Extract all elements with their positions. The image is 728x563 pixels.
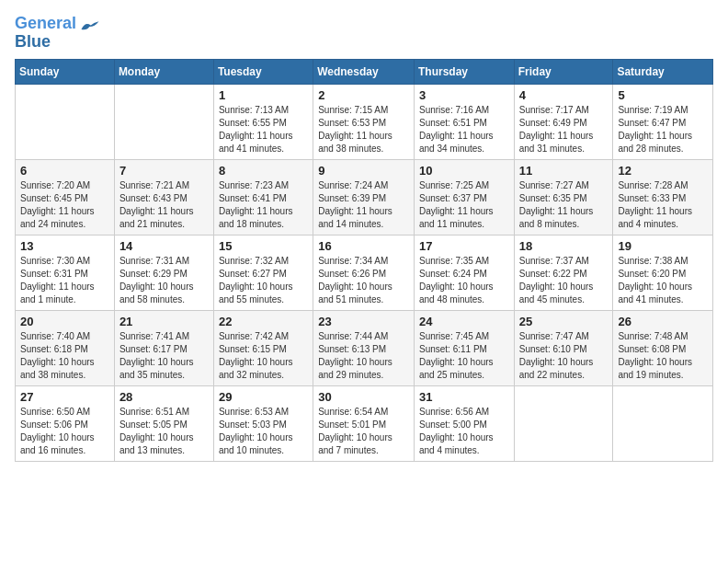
cell-info: Sunrise: 7:24 AM	[318, 179, 409, 192]
cell-info: Sunrise: 7:30 AM	[20, 255, 109, 268]
calendar-cell: 29Sunrise: 6:53 AMSunset: 5:03 PMDayligh…	[213, 385, 313, 461]
cell-info: Sunrise: 7:20 AM	[20, 179, 109, 192]
header-wednesday: Wednesday	[313, 59, 415, 84]
cell-info: Daylight: 11 hours and 1 minute.	[20, 281, 109, 306]
cell-info: Daylight: 10 hours and 16 minutes.	[20, 431, 109, 457]
cell-info: Sunset: 6:08 PM	[618, 343, 708, 356]
header-friday: Friday	[514, 59, 613, 84]
day-number: 20	[20, 315, 109, 328]
cell-info: Sunset: 6:45 PM	[20, 192, 109, 205]
cell-info: Daylight: 11 hours and 41 minutes.	[219, 130, 308, 155]
cell-info: Daylight: 11 hours and 28 minutes.	[618, 130, 708, 155]
day-number: 31	[419, 390, 509, 404]
calendar-cell	[514, 385, 613, 461]
calendar-cell: 11Sunrise: 7:27 AMSunset: 6:35 PMDayligh…	[514, 159, 613, 235]
cell-info: Daylight: 10 hours and 4 minutes.	[419, 431, 509, 457]
cell-info: Daylight: 10 hours and 29 minutes.	[318, 356, 409, 382]
day-number: 8	[219, 164, 308, 178]
calendar-header-row: SundayMondayTuesdayWednesdayThursdayFrid…	[16, 59, 713, 84]
calendar-cell: 26Sunrise: 7:48 AMSunset: 6:08 PMDayligh…	[613, 310, 713, 385]
calendar-cell: 1Sunrise: 7:13 AMSunset: 6:55 PMDaylight…	[213, 84, 313, 159]
day-number: 26	[618, 315, 708, 328]
calendar-cell: 16Sunrise: 7:34 AMSunset: 6:26 PMDayligh…	[313, 235, 415, 310]
day-number: 2	[318, 88, 409, 102]
cell-info: Sunset: 5:00 PM	[419, 419, 509, 431]
cell-info: Sunrise: 7:38 AM	[618, 255, 708, 268]
calendar-cell: 6Sunrise: 7:20 AMSunset: 6:45 PMDaylight…	[16, 159, 115, 235]
cell-info: Sunset: 6:55 PM	[219, 117, 308, 130]
cell-info: Sunset: 6:26 PM	[318, 268, 409, 281]
day-number: 5	[618, 88, 708, 102]
day-number: 3	[419, 88, 509, 102]
cell-info: Daylight: 11 hours and 11 minutes.	[419, 205, 509, 231]
calendar-cell	[613, 385, 713, 461]
cell-info: Sunrise: 7:37 AM	[519, 255, 609, 268]
day-number: 17	[419, 239, 509, 253]
calendar-cell: 23Sunrise: 7:44 AMSunset: 6:13 PMDayligh…	[313, 310, 415, 385]
header-saturday: Saturday	[613, 59, 713, 84]
cell-info: Sunrise: 7:16 AM	[419, 104, 509, 117]
day-number: 27	[20, 390, 109, 404]
calendar-cell: 30Sunrise: 6:54 AMSunset: 5:01 PMDayligh…	[313, 385, 415, 461]
cell-info: Sunset: 6:49 PM	[519, 117, 609, 130]
calendar-cell: 14Sunrise: 7:31 AMSunset: 6:29 PMDayligh…	[114, 235, 213, 310]
cell-info: Sunrise: 7:35 AM	[419, 255, 509, 268]
day-number: 13	[20, 239, 109, 253]
cell-info: Sunrise: 7:42 AM	[219, 330, 308, 343]
day-number: 14	[119, 239, 209, 253]
calendar-cell: 4Sunrise: 7:17 AMSunset: 6:49 PMDaylight…	[514, 84, 613, 159]
calendar-cell: 22Sunrise: 7:42 AMSunset: 6:15 PMDayligh…	[213, 310, 313, 385]
cell-info: Daylight: 10 hours and 45 minutes.	[519, 281, 609, 306]
cell-info: Sunrise: 7:15 AM	[318, 104, 409, 117]
calendar-cell: 8Sunrise: 7:23 AMSunset: 6:41 PMDaylight…	[213, 159, 313, 235]
day-number: 7	[119, 164, 209, 178]
cell-info: Sunrise: 7:40 AM	[20, 330, 109, 343]
cell-info: Sunrise: 7:41 AM	[119, 330, 209, 343]
cell-info: Sunset: 6:20 PM	[618, 268, 708, 281]
cell-info: Daylight: 10 hours and 38 minutes.	[20, 356, 109, 382]
cell-info: Daylight: 10 hours and 7 minutes.	[318, 431, 409, 457]
cell-info: Sunset: 6:15 PM	[219, 343, 308, 356]
day-number: 10	[419, 164, 509, 178]
logo-text: General Blue	[15, 15, 76, 52]
day-number: 16	[318, 239, 409, 253]
cell-info: Sunset: 6:24 PM	[419, 268, 509, 281]
cell-info: Daylight: 10 hours and 13 minutes.	[119, 431, 209, 457]
cell-info: Daylight: 11 hours and 8 minutes.	[519, 205, 609, 231]
calendar-week-5: 27Sunrise: 6:50 AMSunset: 5:06 PMDayligh…	[16, 385, 713, 461]
cell-info: Daylight: 11 hours and 18 minutes.	[219, 205, 308, 231]
calendar-cell: 19Sunrise: 7:38 AMSunset: 6:20 PMDayligh…	[613, 235, 713, 310]
cell-info: Sunset: 6:22 PM	[519, 268, 609, 281]
calendar-week-4: 20Sunrise: 7:40 AMSunset: 6:18 PMDayligh…	[16, 310, 713, 385]
cell-info: Sunrise: 6:51 AM	[119, 406, 209, 419]
calendar-cell: 25Sunrise: 7:47 AMSunset: 6:10 PMDayligh…	[514, 310, 613, 385]
cell-info: Daylight: 10 hours and 19 minutes.	[618, 356, 708, 382]
day-number: 12	[618, 164, 708, 178]
calendar-cell: 7Sunrise: 7:21 AMSunset: 6:43 PMDaylight…	[114, 159, 213, 235]
cell-info: Sunrise: 7:31 AM	[119, 255, 209, 268]
day-number: 1	[219, 88, 308, 102]
logo: General Blue	[15, 15, 100, 52]
cell-info: Daylight: 10 hours and 35 minutes.	[119, 356, 209, 382]
calendar-cell: 3Sunrise: 7:16 AMSunset: 6:51 PMDaylight…	[414, 84, 514, 159]
cell-info: Sunrise: 6:50 AM	[20, 406, 109, 419]
calendar-cell: 2Sunrise: 7:15 AMSunset: 6:53 PMDaylight…	[313, 84, 415, 159]
cell-info: Daylight: 11 hours and 24 minutes.	[20, 205, 109, 231]
cell-info: Sunrise: 7:48 AM	[618, 330, 708, 343]
calendar-cell: 31Sunrise: 6:56 AMSunset: 5:00 PMDayligh…	[414, 385, 514, 461]
cell-info: Sunrise: 7:34 AM	[318, 255, 409, 268]
cell-info: Sunset: 6:11 PM	[419, 343, 509, 356]
calendar-cell	[16, 84, 115, 159]
day-number: 24	[419, 315, 509, 328]
cell-info: Sunset: 6:37 PM	[419, 192, 509, 205]
calendar-cell: 10Sunrise: 7:25 AMSunset: 6:37 PMDayligh…	[414, 159, 514, 235]
day-number: 15	[219, 239, 308, 253]
day-number: 9	[318, 164, 409, 178]
cell-info: Daylight: 10 hours and 25 minutes.	[419, 356, 509, 382]
cell-info: Daylight: 11 hours and 38 minutes.	[318, 130, 409, 155]
logo-bird-icon	[80, 19, 100, 34]
calendar-cell: 20Sunrise: 7:40 AMSunset: 6:18 PMDayligh…	[16, 310, 115, 385]
calendar-cell: 18Sunrise: 7:37 AMSunset: 6:22 PMDayligh…	[514, 235, 613, 310]
cell-info: Sunset: 6:27 PM	[219, 268, 308, 281]
cell-info: Sunrise: 7:44 AM	[318, 330, 409, 343]
